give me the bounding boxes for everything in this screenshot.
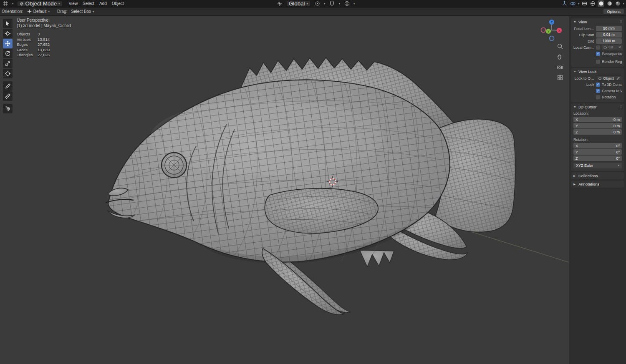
panel-title: View bbox=[578, 20, 587, 24]
menu-object[interactable]: Object bbox=[111, 1, 125, 6]
close-icon[interactable]: ✕ bbox=[618, 45, 621, 50]
stat-label: Faces bbox=[17, 48, 38, 53]
camera-icon bbox=[603, 45, 607, 49]
drag-label: Drag: bbox=[57, 9, 67, 14]
panel-annotations-header[interactable]: ▶ Annotations bbox=[571, 181, 624, 188]
toggle-xray-icon[interactable] bbox=[581, 0, 588, 7]
toolbar bbox=[3, 19, 13, 113]
fish-model[interactable] bbox=[106, 58, 515, 315]
view-perspective-label: User Perspective bbox=[17, 18, 71, 23]
tool-scale-button[interactable] bbox=[3, 59, 13, 68]
blender-window: ▾ Object Mode ▾ View Select Add Object G… bbox=[0, 0, 626, 364]
fish-eye bbox=[162, 153, 187, 178]
axis-label: Z bbox=[576, 156, 578, 161]
cursor-rotation-y-field[interactable]: Y 0° bbox=[573, 149, 622, 155]
proportional-chevron-icon[interactable]: ▾ bbox=[353, 2, 355, 5]
axis-label: X bbox=[576, 118, 578, 122]
proportional-editing-icon[interactable] bbox=[343, 0, 350, 7]
menu-view[interactable]: View bbox=[68, 1, 79, 6]
zoom-icon[interactable] bbox=[556, 42, 564, 50]
transform-orientation-select[interactable]: Global ▾ bbox=[286, 1, 310, 7]
local-camera-checkbox[interactable] bbox=[596, 45, 600, 50]
orientation-default-select[interactable]: Default bbox=[33, 9, 47, 14]
show-overlays-icon[interactable] bbox=[570, 0, 576, 7]
stat-label: Vertices bbox=[17, 37, 38, 43]
lock-to-3d-cursor-checkbox[interactable] bbox=[596, 83, 600, 87]
chevron-down-icon: ▼ bbox=[573, 105, 577, 108]
shading-solid-icon[interactable] bbox=[598, 0, 604, 7]
sidebar-n-panel: ▼ View ⠿ Focal Len… 50 mm Clip Start 0.0… bbox=[569, 16, 626, 364]
panel-title: Annotations bbox=[578, 182, 599, 186]
stat-label: Edges bbox=[17, 42, 38, 48]
tool-transform-button[interactable] bbox=[3, 69, 13, 78]
cursor-location-x-field[interactable]: X 0 m bbox=[573, 117, 622, 122]
shading-chevron-icon[interactable]: ▾ bbox=[623, 2, 624, 5]
menu-select[interactable]: Select bbox=[81, 1, 96, 6]
pivot-chevron-icon[interactable]: ▾ bbox=[324, 2, 326, 5]
tool-annotate-button[interactable] bbox=[3, 81, 13, 91]
axis-value: 0 m bbox=[613, 124, 620, 128]
chevron-down-icon: ▾ bbox=[307, 2, 308, 5]
options-button[interactable]: Options bbox=[603, 8, 624, 15]
shading-material-icon[interactable] bbox=[606, 0, 613, 7]
viewport-3d[interactable]: User Perspective (1) 3d model | Mayan_Ci… bbox=[0, 16, 626, 364]
gizmo-axis-z-negative[interactable] bbox=[549, 36, 554, 40]
lock-rotation-checkbox[interactable] bbox=[596, 95, 600, 99]
eyedropper-icon[interactable] bbox=[616, 76, 620, 80]
shading-rendered-icon[interactable] bbox=[614, 0, 621, 7]
stat-value: 27,652 bbox=[38, 42, 71, 48]
pivot-point-icon[interactable] bbox=[314, 0, 321, 7]
tool-add-cube-button[interactable] bbox=[3, 104, 13, 113]
show-gizmo-icon[interactable] bbox=[561, 0, 568, 7]
pan-hand-icon[interactable] bbox=[556, 53, 564, 61]
gizmo-axis-x-negative[interactable] bbox=[541, 28, 545, 32]
lock-label: Lock bbox=[573, 83, 594, 87]
viewport-controls bbox=[556, 42, 564, 82]
snap-magnet-icon[interactable] bbox=[329, 0, 336, 7]
axis-value: 0 m bbox=[613, 130, 620, 134]
tool-move-button[interactable] bbox=[3, 39, 13, 48]
tool-tweak-select-button[interactable] bbox=[3, 19, 13, 28]
panel-view-lock-header[interactable]: ▼ View Lock bbox=[571, 68, 624, 75]
editor-type-icon[interactable] bbox=[2, 0, 9, 7]
camera-to-view-checkbox[interactable] bbox=[596, 89, 600, 93]
passepartout-checkbox[interactable] bbox=[596, 52, 600, 56]
toggle-perspective-icon[interactable] bbox=[556, 73, 564, 82]
mode-select[interactable]: Object Mode ▾ bbox=[17, 1, 63, 7]
cursor-rotation-x-field[interactable]: X 0° bbox=[573, 143, 622, 148]
chevron-down-icon: ▼ bbox=[573, 20, 577, 23]
overlays-chevron-icon[interactable]: ▾ bbox=[578, 2, 580, 5]
render-region-checkbox[interactable] bbox=[596, 60, 600, 64]
axis-value: 0° bbox=[616, 150, 620, 154]
tool-measure-button[interactable] bbox=[3, 91, 13, 101]
panel-collections-header[interactable]: ▶ Collections bbox=[571, 172, 624, 179]
lock-rotation-label: Rotation bbox=[602, 95, 616, 99]
local-camera-label: Local Cam… bbox=[573, 45, 594, 50]
drag-grip-icon[interactable]: ⠿ bbox=[619, 105, 622, 109]
clip-start-label: Clip Start bbox=[573, 33, 594, 37]
snap-chevron-icon[interactable]: ▾ bbox=[339, 2, 341, 5]
orientation-icon bbox=[27, 9, 32, 14]
cursor-location-y-field[interactable]: Y 0 m bbox=[573, 123, 622, 128]
lock-to-object-field[interactable]: Object bbox=[596, 75, 622, 81]
tool-cursor-button[interactable] bbox=[3, 29, 13, 38]
panel-title: Collections bbox=[578, 173, 598, 178]
panel-3d-cursor-header[interactable]: ▼ 3D Cursor ⠿ bbox=[571, 103, 624, 110]
cursor-location-z-field[interactable]: Z 0 m bbox=[573, 129, 622, 135]
drag-grip-icon[interactable]: ⠿ bbox=[619, 20, 622, 24]
tool-rotate-button[interactable] bbox=[3, 49, 13, 58]
transform-orientation-icon bbox=[276, 0, 283, 7]
navigation-gizmo[interactable]: Z X Y bbox=[540, 18, 563, 43]
cursor-rotation-z-field[interactable]: Z 0° bbox=[573, 156, 622, 161]
shading-wireframe-icon[interactable] bbox=[589, 0, 596, 7]
camera-view-icon[interactable] bbox=[556, 63, 564, 71]
clip-end-field[interactable]: 1000 m bbox=[596, 38, 622, 44]
viewport-info-overlay: User Perspective (1) 3d model | Mayan_Ci… bbox=[17, 18, 71, 58]
focal-length-field[interactable]: 50 mm bbox=[596, 26, 622, 31]
rotation-mode-select[interactable]: XYZ Euler ▾ bbox=[573, 163, 622, 168]
menu-add[interactable]: Add bbox=[98, 1, 108, 6]
panel-view-header[interactable]: ▼ View ⠿ bbox=[571, 18, 624, 25]
panel-collections: ▶ Collections bbox=[571, 172, 624, 179]
clip-start-field[interactable]: 0.01 m bbox=[596, 32, 622, 38]
drag-select[interactable]: Select Box bbox=[71, 9, 91, 14]
